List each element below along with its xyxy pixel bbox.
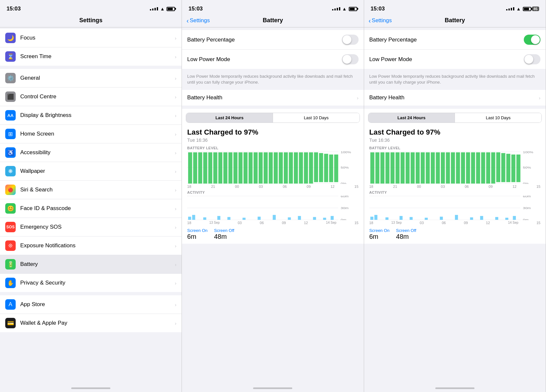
tab-10d-3[interactable]: Last 10 Days (455, 113, 541, 122)
battery-health-row-2[interactable]: Battery Health › (182, 90, 363, 106)
svg-rect-62 (390, 152, 394, 184)
chart-svg-level-2: 100% 50% 0% (187, 151, 358, 184)
chevron-icon: › (175, 243, 176, 249)
chevron-icon: › (175, 75, 176, 81)
battery-panel-off: 15:03 ▲ ‹ Settings Battery Battery Perce… (182, 0, 364, 392)
svg-rect-45 (258, 217, 261, 220)
appstore-icon: A (5, 299, 16, 310)
svg-rect-87 (516, 155, 520, 182)
home-bar-2 (253, 387, 292, 389)
svg-rect-12 (233, 152, 237, 184)
toggle-section-3: Battery Percentage Low Power Mode (364, 30, 546, 69)
list-item[interactable]: A App Store › (0, 295, 182, 314)
svg-rect-4 (193, 152, 197, 184)
low-power-label-3: Low Power Mode (369, 56, 412, 63)
svg-rect-97 (399, 216, 402, 220)
tab-bar-2: Last 24 Hours Last 10 Days (186, 113, 360, 123)
list-item[interactable]: 😊 Face ID & Passcode › (0, 199, 182, 218)
screen-on-value-3: 6m (369, 233, 390, 240)
back-button-3[interactable]: ‹ Settings (369, 17, 392, 24)
battery-health-row-3[interactable]: Battery Health › (364, 90, 546, 106)
focus-icon: 🌙 (5, 33, 16, 43)
svg-rect-51 (331, 216, 334, 220)
svg-rect-84 (501, 153, 505, 182)
faceid-icon: 😊 (5, 203, 16, 214)
chevron-icon-3: › (539, 95, 540, 101)
svg-rect-78 (471, 152, 475, 184)
svg-rect-44 (243, 218, 246, 220)
nav-bar-3: ‹ Settings Battery (364, 16, 546, 27)
chart-x-labels-2: 18 21 00 03 06 09 12 15 (187, 185, 358, 188)
svg-text:100%: 100% (523, 151, 533, 154)
tab-24h-3[interactable]: Last 24 Hours (368, 113, 455, 122)
battery-row[interactable]: 🔋 Battery › (0, 255, 182, 274)
list-item[interactable]: ⬛ Control Centre › (0, 88, 182, 106)
toggle-thumb (343, 55, 351, 64)
svg-text:0%: 0% (341, 182, 347, 184)
faceid-label: Face ID & Passcode (20, 205, 175, 212)
svg-rect-7 (208, 152, 212, 184)
nav-title-3: Battery (445, 17, 465, 24)
list-item[interactable]: 💳 Wallet & Apple Pay › (0, 314, 182, 332)
battery-pct-toggle-3[interactable] (524, 35, 540, 45)
list-item[interactable]: ⊞ Home Screen › (0, 125, 182, 143)
list-item[interactable]: ⚙️ General › (0, 69, 182, 88)
settings-list: 🌙 Focus › ⌛ Screen Time › ⚙️ General › ⬛… (0, 27, 182, 384)
chart-section-3: Last 24 Hours Last 10 Days Last Charged … (364, 109, 546, 243)
tab-bar-3: Last 24 Hours Last 10 Days (368, 113, 542, 123)
low-power-toggle-3[interactable] (524, 54, 540, 64)
list-item[interactable]: ♿ Accessibility › (0, 143, 182, 162)
svg-rect-98 (410, 217, 412, 220)
low-power-row-3: Low Power Mode (364, 50, 546, 69)
chevron-icon: › (175, 94, 176, 100)
svg-rect-20 (274, 152, 278, 184)
back-button-2[interactable]: ‹ Settings (186, 17, 210, 24)
battery-health-label-2: Battery Health (187, 94, 222, 101)
screen-off-stat-3: Screen Off 48m (396, 228, 416, 240)
tab-24h-2[interactable]: Last 24 Hours (186, 113, 273, 122)
svg-rect-11 (229, 152, 233, 184)
wifi-icon-3: ▲ (516, 6, 521, 11)
nav-title-1: Settings (79, 17, 103, 24)
status-bar-2: 15:03 ▲ (182, 0, 363, 16)
svg-text:100%: 100% (341, 151, 351, 154)
list-item[interactable]: AA Display & Brightness › (0, 106, 182, 125)
svg-rect-67 (416, 152, 420, 184)
svg-rect-3 (188, 152, 192, 184)
battery-pct-label-2: Battery Percentage (187, 37, 235, 43)
siri-icon: 🔴 (5, 185, 16, 195)
general-icon: ⚙️ (5, 73, 16, 83)
section-apps: A App Store › 💳 Wallet & Apple Pay › (0, 295, 182, 332)
home-indicator-3 (364, 384, 546, 392)
svg-rect-102 (470, 217, 473, 220)
svg-rect-19 (269, 152, 273, 184)
screen-on-value-2: 6m (187, 233, 207, 240)
list-item[interactable]: ⌛ Screen Time › (0, 47, 182, 66)
list-item[interactable]: SOS Emergency SOS › (0, 218, 182, 237)
list-item[interactable]: ✋ Privacy & Security › (0, 274, 182, 292)
tab-10d-2[interactable]: Last 10 Days (273, 113, 360, 122)
list-item[interactable]: 🌙 Focus › (0, 29, 182, 47)
svg-rect-77 (466, 152, 470, 184)
svg-rect-60 (380, 152, 384, 184)
home-screen-icon: ⊞ (5, 129, 16, 139)
nav-title-2: Battery (263, 17, 283, 24)
svg-text:30m: 30m (341, 206, 349, 209)
battery-icon: 🔋 (5, 259, 16, 270)
control-centre-label: Control Centre (20, 93, 175, 100)
bottom-stats-3: Screen On 6m Screen Off 48m (364, 225, 546, 244)
list-item[interactable]: 🔴 Siri & Search › (0, 181, 182, 199)
chevron-icon: › (175, 150, 176, 155)
low-power-toggle-2[interactable] (342, 54, 359, 64)
svg-rect-21 (279, 152, 283, 184)
battery-icon-1 (167, 7, 175, 11)
list-item[interactable]: ❋ Wallpaper › (0, 162, 182, 181)
battery-content-on: Battery Percentage Low Power Mode Low Po… (364, 27, 546, 384)
screen-off-value-3: 48m (396, 233, 416, 240)
toggle-thumb-lp (524, 55, 533, 64)
list-item[interactable]: ❊ Exposure Notifications › (0, 237, 182, 255)
battery-panel-on: 15:03 ▲ 85 ‹ Settings Battery Battery Pe… (364, 0, 546, 392)
exposure-label: Exposure Notifications (20, 242, 175, 249)
chevron-icon: › (175, 131, 176, 137)
battery-pct-toggle-2[interactable] (342, 35, 359, 45)
